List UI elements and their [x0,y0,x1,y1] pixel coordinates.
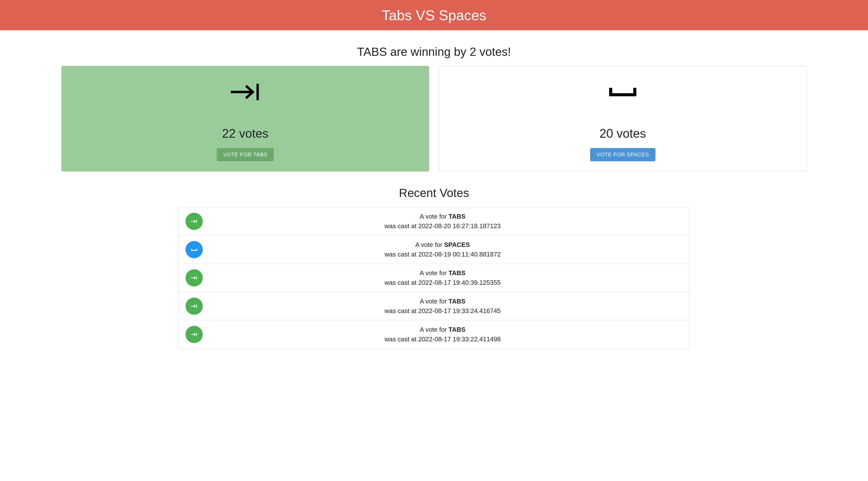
cast-prefix: was cast at [384,222,418,230]
vote-type: TABS [448,269,465,277]
recent-vote-item: A vote for SPACESwas cast at 2022-08-19 … [179,236,689,264]
cast-prefix: was cast at [384,250,418,258]
tabs-vote-count: 22 votes [71,126,419,141]
recent-vote-text: A vote for TABSwas cast at 2022-08-17 19… [203,325,682,344]
spaces-card: 20 votes VOTE FOR SPACES [439,66,807,171]
vote-type: SPACES [444,241,470,248]
vote-spaces-button[interactable]: VOTE FOR SPACES [590,148,655,161]
recent-vote-item: A vote for TABSwas cast at 2022-08-17 19… [179,264,689,292]
tab-icon [186,213,203,230]
tab-icon [71,81,419,107]
vote-timestamp: 2022-08-17 19:33:22.411498 [418,335,501,343]
tab-icon [186,269,203,287]
vote-timestamp: 2022-08-17 19:40:39.125355 [418,279,501,286]
vote-tabs-button[interactable]: VOTE FOR TABS [217,148,274,161]
recent-vote-text: A vote for TABSwas cast at 2022-08-17 19… [203,268,682,288]
recent-votes-title: Recent Votes [0,186,868,200]
vote-type: TABS [448,326,465,333]
tabs-card: 22 votes VOTE FOR TABS [61,66,429,171]
tab-icon [186,326,203,343]
vote-timestamp: 2022-08-19 00:11:40.881872 [418,250,501,258]
recent-vote-item: A vote for TABSwas cast at 2022-08-20 16… [179,207,689,236]
recent-votes-list: A vote for TABSwas cast at 2022-08-20 16… [178,207,690,349]
space-icon [186,241,203,258]
vote-type: TABS [448,213,465,220]
page-header: Tabs VS Spaces [0,0,868,30]
page-title: Tabs VS Spaces [382,7,486,23]
recent-vote-item: A vote for TABSwas cast at 2022-08-17 19… [179,321,689,349]
recent-vote-text: A vote for TABSwas cast at 2022-08-20 16… [203,212,682,231]
vote-type: TABS [448,298,465,305]
cast-prefix: was cast at [384,279,418,286]
winning-subtitle: TABS are winning by 2 votes! [0,45,868,59]
cast-prefix: was cast at [384,335,418,343]
vote-cards-container: 22 votes VOTE FOR TABS 20 votes VOTE FOR… [0,66,868,171]
vote-prefix: A vote for [420,213,448,220]
cast-prefix: was cast at [384,307,418,314]
vote-timestamp: 2022-08-17 19:33:24.416745 [418,307,501,314]
recent-vote-text: A vote for SPACESwas cast at 2022-08-19 … [203,240,682,259]
space-icon [449,81,797,107]
recent-vote-item: A vote for TABSwas cast at 2022-08-17 19… [179,292,689,321]
vote-prefix: A vote for [420,269,448,277]
vote-prefix: A vote for [420,326,448,333]
recent-vote-text: A vote for TABSwas cast at 2022-08-17 19… [203,297,682,316]
vote-prefix: A vote for [420,298,448,305]
tab-icon [186,298,203,315]
vote-timestamp: 2022-08-20 16:27:18.187123 [418,222,501,230]
spaces-vote-count: 20 votes [449,126,797,141]
vote-prefix: A vote for [415,241,444,248]
